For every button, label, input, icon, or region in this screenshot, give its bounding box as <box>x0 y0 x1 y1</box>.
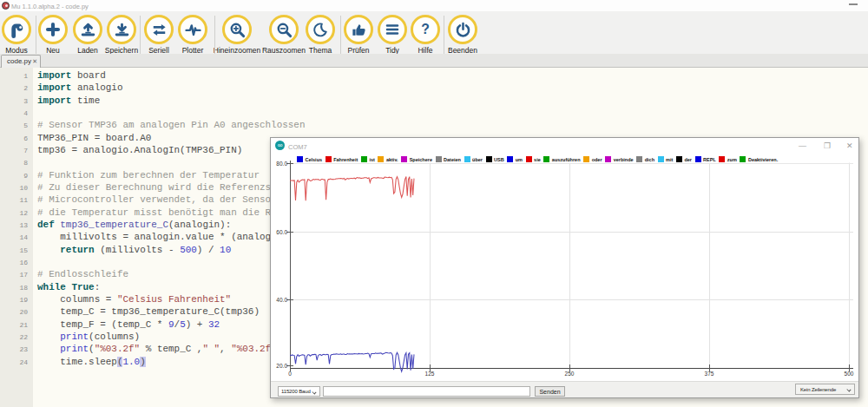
svg-text:125: 125 <box>425 371 435 377</box>
svg-text:500: 500 <box>845 371 854 377</box>
svg-text:250: 250 <box>565 371 575 377</box>
svg-text:0: 0 <box>288 371 292 377</box>
svg-text:40.0: 40.0 <box>276 297 287 303</box>
svg-text:80.0: 80.0 <box>276 161 287 167</box>
svg-text:?: ? <box>421 22 430 36</box>
svg-text:375: 375 <box>705 371 714 377</box>
svg-text:20.0: 20.0 <box>276 363 287 369</box>
svg-text:60.0: 60.0 <box>276 229 287 235</box>
